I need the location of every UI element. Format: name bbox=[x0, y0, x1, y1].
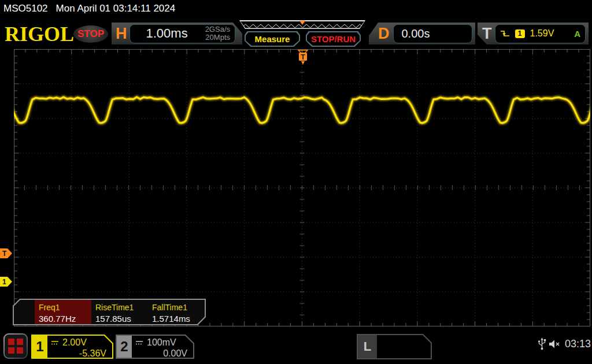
graticule-and-trace bbox=[14, 49, 590, 326]
memory-depth: 20Mpts bbox=[205, 34, 230, 42]
ch2-scale: 100mV bbox=[147, 337, 176, 348]
rigol-logo: RIGOL bbox=[5, 22, 74, 47]
horizontal-label: H bbox=[116, 26, 127, 42]
channel-1-badge: 1 bbox=[32, 336, 47, 358]
ch1-position-marker[interactable]: 1 bbox=[0, 277, 12, 287]
trigger-level-value: 1.59V bbox=[530, 28, 569, 39]
measurement-risetime1[interactable]: RiseTime1 157.85us bbox=[91, 300, 148, 324]
clock: 03:13 bbox=[565, 338, 591, 350]
speaker-muted-icon bbox=[549, 339, 563, 349]
stop-run-button[interactable]: STOP/RUN bbox=[306, 31, 361, 47]
menu-button[interactable] bbox=[3, 333, 28, 359]
logic-badge: L bbox=[358, 335, 377, 358]
measurement-freq1[interactable]: Freq1 360.77Hz bbox=[35, 300, 91, 324]
delay-label: D bbox=[378, 26, 390, 42]
sample-rate: 2GSa/s bbox=[205, 25, 230, 34]
model-name: MSO5102 bbox=[3, 3, 48, 14]
trigger-level-marker[interactable]: T bbox=[0, 248, 12, 258]
logic-channels-status[interactable]: L 0 1 2 3 4 5 6 7 8 9 10 11 12 13 14 15 bbox=[357, 334, 432, 359]
logic-row-1: 0 1 2 3 4 5 6 7 bbox=[381, 357, 431, 364]
channel-2-badge: 2 bbox=[117, 336, 132, 358]
delay-settings[interactable]: D 0.00s bbox=[369, 23, 475, 44]
channel-1-status[interactable]: 1 2.00V -5.36V bbox=[31, 335, 113, 359]
run-state-badge: STOP bbox=[73, 25, 108, 43]
measurement-panel[interactable]: Freq1 360.77Hz RiseTime1 157.85us FallTi… bbox=[13, 299, 206, 325]
horizontal-settings[interactable]: H 1.00ms 2GSa/s 20Mpts bbox=[112, 23, 242, 44]
usb-icon bbox=[538, 337, 546, 351]
trigger-box[interactable]: 1 1.59V A bbox=[495, 24, 586, 43]
acquisition-info: 2GSa/s 20Mpts bbox=[205, 25, 230, 41]
trigger-label: T bbox=[482, 26, 492, 42]
falling-edge-icon bbox=[500, 29, 510, 38]
trigger-source-badge: 1 bbox=[515, 29, 525, 38]
trigger-mode: A bbox=[574, 29, 580, 39]
preview-trigger-marker-icon bbox=[299, 21, 305, 25]
menu-grid-icon bbox=[5, 335, 27, 358]
waveform-preview-strip[interactable] bbox=[239, 20, 365, 29]
measurement-falltime1[interactable]: FallTime1 1.5714ms bbox=[148, 300, 205, 324]
datetime: Mon April 01 03:14:11 2024 bbox=[56, 3, 176, 14]
ch2-offset: 0.00V bbox=[135, 348, 190, 359]
delay-value: 0.00s bbox=[402, 27, 430, 40]
ch1-scale: 2.00V bbox=[62, 337, 87, 348]
measure-button[interactable]: Measure bbox=[245, 31, 300, 47]
oscilloscope-screen: MSO5102Mon April 01 03:14:11 2024 RIGOL … bbox=[0, 0, 592, 364]
channel-2-status[interactable]: 2 100mV 0.00V bbox=[116, 335, 194, 359]
trigger-position-marker[interactable]: T bbox=[297, 50, 309, 65]
horizontal-box[interactable]: 1.00ms 2GSa/s 20Mpts bbox=[130, 24, 236, 43]
svg-text:T: T bbox=[301, 53, 305, 61]
ch1-offset: -5.36V bbox=[50, 348, 109, 359]
trigger-settings[interactable]: T 1 1.59V A bbox=[478, 23, 589, 44]
titlebar: MSO5102Mon April 01 03:14:11 2024 bbox=[3, 3, 175, 14]
dc-coupling-icon bbox=[135, 340, 144, 346]
dc-coupling-icon bbox=[50, 340, 60, 346]
delay-box[interactable]: 0.00s bbox=[393, 24, 473, 43]
timebase-value: 1.00ms bbox=[146, 26, 205, 41]
